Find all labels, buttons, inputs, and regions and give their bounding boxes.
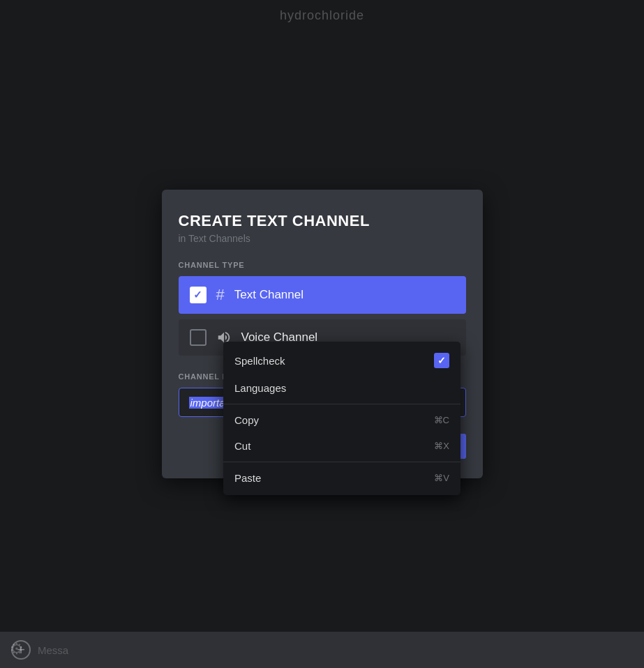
context-item-spellcheck[interactable]: Spellcheck ✓: [223, 346, 460, 375]
cut-label: Cut: [234, 440, 250, 452]
languages-label: Languages: [234, 382, 286, 394]
context-divider-2: [223, 462, 460, 462]
channel-type-label: CHANNEL TYPE: [179, 261, 466, 269]
copy-shortcut: ⌘C: [434, 415, 449, 425]
context-item-cut[interactable]: Cut ⌘X: [223, 433, 460, 459]
context-item-languages[interactable]: Languages: [223, 375, 460, 401]
context-divider-1: [223, 404, 460, 404]
settings-icon[interactable]: ⚙: [10, 640, 24, 658]
spellcheck-label: Spellcheck: [234, 355, 285, 367]
cut-shortcut: ⌘X: [434, 441, 449, 451]
checkmark-icon: ✓: [193, 289, 202, 301]
modal-subtitle: in Text Channels: [179, 233, 466, 244]
message-input-hint: Messa: [38, 644, 68, 656]
bottom-message-bar: + Messa: [0, 632, 644, 668]
text-channel-icon: #: [216, 286, 225, 304]
paste-label: Paste: [234, 472, 261, 484]
context-item-copy[interactable]: Copy ⌘C: [223, 407, 460, 433]
text-channel-checkbox: ✓: [190, 287, 207, 303]
context-item-paste[interactable]: Paste ⌘V: [223, 465, 460, 491]
modal-title: CREATE TEXT CHANNEL: [179, 212, 466, 230]
text-channel-option[interactable]: ✓ # Text Channel: [179, 276, 466, 314]
spellcheck-checked-icon: ✓: [434, 353, 449, 368]
copy-label: Copy: [234, 414, 259, 426]
background-channel-name: hydrochloride: [280, 8, 364, 23]
voice-channel-checkbox: [190, 329, 207, 346]
paste-shortcut: ⌘V: [434, 473, 449, 483]
text-channel-label: Text Channel: [234, 288, 304, 302]
context-menu: Spellcheck ✓ Languages Copy ⌘C Cut ⌘X Pa…: [223, 342, 460, 495]
gear-icon: ⚙: [10, 640, 24, 658]
